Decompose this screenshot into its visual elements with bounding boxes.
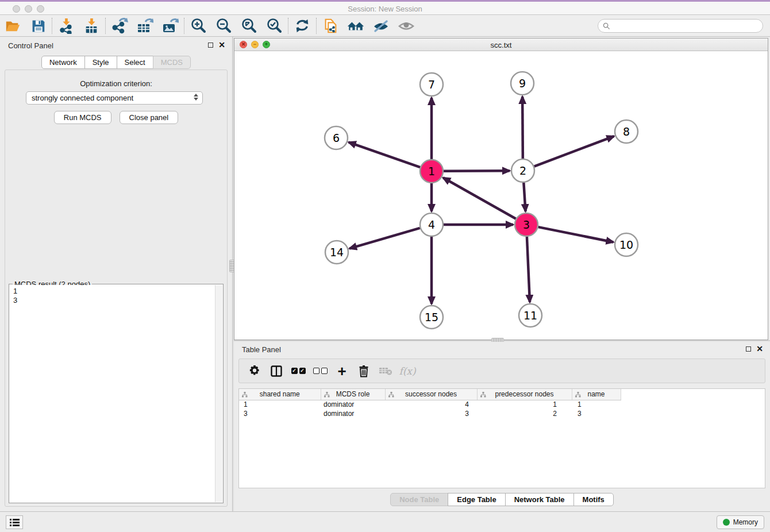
tab-edge-table[interactable]: Edge Table bbox=[448, 493, 505, 506]
node-10[interactable]: 10 bbox=[615, 233, 638, 256]
table-cell[interactable]: 3 bbox=[239, 409, 321, 418]
node-table[interactable]: shared nameMCDS rolesuccessor nodesprede… bbox=[238, 388, 765, 488]
float-table-panel-icon[interactable] bbox=[746, 346, 751, 352]
column-header-successor-nodes[interactable]: successor nodes bbox=[385, 389, 477, 400]
add-column-icon[interactable]: + bbox=[332, 362, 352, 380]
run-mcds-button[interactable]: Run MCDS bbox=[54, 111, 111, 124]
table-cell[interactable]: 1 bbox=[477, 400, 572, 409]
optimization-criterion-label: Optimization criterion: bbox=[5, 79, 227, 88]
toolbar-separator bbox=[316, 18, 317, 34]
task-history-button[interactable] bbox=[6, 515, 23, 529]
table-cell[interactable]: dominator bbox=[321, 409, 385, 418]
edge-1-6[interactable] bbox=[349, 142, 420, 167]
search-icon bbox=[603, 22, 610, 30]
node-11[interactable]: 11 bbox=[519, 304, 542, 327]
edge-2-9[interactable] bbox=[522, 97, 523, 159]
table-cell[interactable]: 2 bbox=[477, 409, 572, 418]
edge-3-1[interactable] bbox=[443, 178, 516, 218]
tab-select[interactable]: Select bbox=[117, 56, 153, 69]
tab-style[interactable]: Style bbox=[84, 56, 117, 69]
float-panel-icon[interactable] bbox=[208, 43, 213, 48]
edge-2-8[interactable] bbox=[534, 136, 614, 166]
table-cell[interactable]: 1 bbox=[239, 400, 321, 409]
node-label: 2 bbox=[519, 164, 526, 177]
split-panel-icon[interactable] bbox=[267, 362, 286, 380]
table-cell[interactable]: 4 bbox=[385, 400, 477, 409]
copy-network-icon[interactable] bbox=[318, 17, 343, 35]
node-3[interactable]: 3 bbox=[515, 213, 538, 236]
node-1[interactable]: 1 bbox=[420, 160, 443, 183]
zoom-in-icon[interactable] bbox=[186, 17, 211, 35]
network-canvas[interactable]: 1234678910111415 bbox=[234, 51, 768, 340]
mcds-result-group: MCDS result (2 nodes) 13 bbox=[9, 284, 224, 503]
node-label: 10 bbox=[619, 238, 633, 251]
table-cell[interactable]: 3 bbox=[572, 409, 621, 418]
unselect-all-icon[interactable]: ✓✓ bbox=[310, 362, 330, 380]
zoom-out-icon[interactable] bbox=[211, 17, 236, 35]
close-panel-icon[interactable]: ✕ bbox=[218, 41, 225, 48]
column-header-MCDS-role[interactable]: MCDS role bbox=[321, 389, 385, 400]
table-cell[interactable]: 3 bbox=[385, 409, 477, 418]
table-row[interactable]: 1dominator411 bbox=[239, 400, 621, 409]
import-table-icon[interactable] bbox=[79, 17, 104, 35]
settings-gear-icon[interactable] bbox=[245, 362, 264, 380]
zoom-selected-icon[interactable] bbox=[261, 17, 287, 35]
tab-motifs[interactable]: Motifs bbox=[573, 493, 614, 506]
open-session-icon[interactable] bbox=[0, 17, 25, 35]
edge-3-10[interactable] bbox=[538, 227, 614, 242]
dropdown-value: strongly connected component bbox=[32, 94, 133, 102]
tab-network-table[interactable]: Network Table bbox=[505, 493, 574, 506]
save-session-icon[interactable] bbox=[25, 17, 51, 35]
node-15[interactable]: 15 bbox=[420, 306, 443, 329]
node-2[interactable]: 2 bbox=[511, 159, 534, 182]
node-14[interactable]: 14 bbox=[325, 241, 348, 264]
search-field[interactable] bbox=[598, 19, 763, 33]
node-9[interactable]: 9 bbox=[511, 72, 534, 95]
select-all-icon[interactable]: ✓✓ bbox=[288, 362, 308, 380]
tab-mcds[interactable]: MCDS bbox=[153, 56, 191, 69]
edge-1-2[interactable] bbox=[444, 171, 510, 171]
node-label: 1 bbox=[428, 165, 435, 178]
column-header-shared-name[interactable]: shared name bbox=[239, 389, 321, 400]
search-input[interactable] bbox=[613, 22, 763, 30]
table-row[interactable]: 3dominator323 bbox=[239, 409, 621, 418]
edge-4-14[interactable] bbox=[349, 228, 420, 249]
node-7[interactable]: 7 bbox=[420, 73, 443, 96]
network-window-titlebar[interactable]: ✕ − + scc.txt bbox=[234, 38, 768, 51]
node-8[interactable]: 8 bbox=[615, 120, 638, 143]
table-cell[interactable]: 1 bbox=[572, 400, 621, 409]
edge-3-11[interactable] bbox=[527, 237, 530, 302]
control-panel-header: Control Panel ✕ bbox=[0, 38, 232, 54]
hide-eye-icon[interactable] bbox=[368, 17, 394, 35]
home-icon[interactable] bbox=[343, 17, 368, 35]
toolbar-separator bbox=[288, 18, 288, 34]
refresh-layout-icon[interactable] bbox=[290, 17, 315, 35]
export-network-icon[interactable] bbox=[107, 17, 132, 35]
toolbar-separator bbox=[105, 18, 106, 34]
network-graph[interactable]: 1234678910111415 bbox=[234, 51, 768, 340]
import-network-icon[interactable] bbox=[53, 17, 79, 35]
optimization-criterion-select[interactable]: strongly connected component bbox=[26, 91, 203, 105]
network-window-title: scc.txt bbox=[234, 41, 768, 49]
close-table-panel-icon[interactable]: ✕ bbox=[756, 345, 763, 352]
show-eye-icon[interactable] bbox=[394, 17, 419, 35]
delete-column-icon[interactable] bbox=[354, 362, 374, 380]
export-table-icon[interactable] bbox=[132, 17, 157, 35]
node-label: 6 bbox=[333, 132, 340, 144]
mcds-result-list[interactable]: 13 bbox=[10, 285, 215, 502]
close-panel-button[interactable]: Close panel bbox=[120, 111, 179, 124]
memory-button[interactable]: Memory bbox=[717, 515, 764, 529]
tab-node-table[interactable]: Node Table bbox=[390, 493, 448, 506]
result-scrollbar[interactable] bbox=[215, 285, 222, 502]
function-builder-icon: f(x) bbox=[398, 362, 417, 380]
column-header-predecessor-nodes[interactable]: predecessor nodes bbox=[477, 389, 572, 400]
column-header-name[interactable]: name bbox=[572, 389, 621, 400]
tab-network[interactable]: Network bbox=[41, 56, 85, 69]
edge-2-3[interactable] bbox=[523, 183, 525, 211]
table-panel: Table Panel ✕ ✓✓ ✓✓ + bbox=[234, 342, 770, 510]
table-cell[interactable]: dominator bbox=[321, 400, 385, 409]
export-image-icon[interactable] bbox=[157, 17, 183, 35]
zoom-fit-icon[interactable] bbox=[236, 17, 261, 35]
node-6[interactable]: 6 bbox=[325, 126, 348, 149]
node-4[interactable]: 4 bbox=[420, 213, 443, 236]
